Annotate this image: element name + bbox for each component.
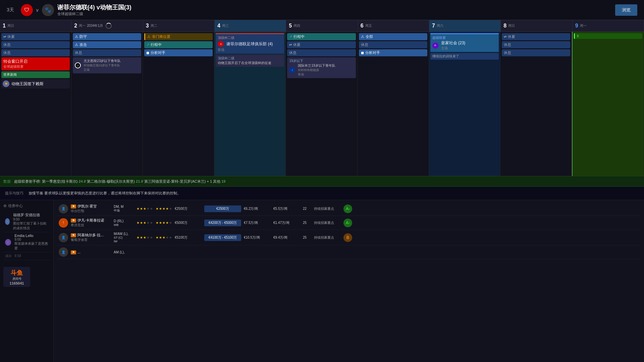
- cal-col-6: ⚠ 全部 休息 ◼ 分析对手: [358, 32, 429, 176]
- recruit-wage1-2: €7.5万/周: [244, 221, 271, 225]
- event-match-4[interactable]: 顶级杯二级 S 谢菲尔德联足球俱乐部 (4) 客场: [216, 33, 284, 54]
- recruit-action-btn-1[interactable]: A-: [343, 204, 352, 213]
- event-analyze-3[interactable]: ◼ 分析对手: [144, 49, 213, 56]
- recruit-table: 👤 ⚑伊凯尔·霍甘 毕尔巴鄂 DM, M中场 ★★★★★ ★★★★★ €2500…: [54, 200, 644, 362]
- event-rest-1a[interactable]: ⇄ 休夏: [1, 33, 70, 40]
- day-num-7: 7: [432, 23, 435, 29]
- inter-badge: I: [289, 67, 295, 73]
- youth-league-4: 顶级杯二级: [218, 56, 282, 61]
- youth-title-4: 动物王国开启了在全球顶级杯的征途: [218, 61, 282, 65]
- cal-col-4: 顶级杯二级 S 谢菲尔德联足球俱乐部 (4) 客场 顶级杯二级 动物王国开启了在…: [214, 32, 286, 176]
- day-num-9: 9: [575, 23, 578, 29]
- event-rest-2[interactable]: 休息: [73, 49, 141, 56]
- event-rest-8a[interactable]: ⇄ 休夏: [502, 33, 570, 40]
- warn-icon-defend: ⚠: [75, 35, 78, 39]
- event-rest-1c[interactable]: 休息: [1, 49, 70, 56]
- msg-row-2[interactable]: E Emilia Lello 9:00 斯发媒体表扬了是恩惠爱: [3, 232, 50, 252]
- day-num-4: 4: [217, 23, 220, 29]
- event-youth-4[interactable]: 顶级杯二级 动物王国开启了在全球顶级杯的征途: [216, 55, 284, 67]
- event-travel-3[interactable]: ↗ 行程中: [144, 41, 213, 48]
- price-range-btn-2[interactable]: €4200万 - €5000万: [204, 220, 241, 226]
- match-subtitle: 全球超级杯二级: [57, 11, 131, 16]
- msg-row-1[interactable]: 人 福德罗·安德拉德 9:00 图拉带汇报了幕卜拉欧的成长情况: [3, 211, 50, 232]
- browse-button[interactable]: 浏览: [615, 4, 637, 16]
- recruit-main-name-1: ⚑伊凯尔·霍甘: [71, 204, 111, 209]
- transfer-title: 转会窗口开启: [3, 59, 68, 64]
- training-icon: ⚙: [3, 204, 7, 208]
- recruit-pos-3: M/AM (L),ST (C)IW: [114, 232, 134, 243]
- royal-badge: R: [432, 43, 438, 49]
- event-no-pos[interactable]: ⚠ 非门将位置: [144, 33, 213, 40]
- calendar-grid: ⇄ 休夏 休息 休息 转会窗口开启 全球超级联赛 世界新闻 🦁 动物王国签下赖斯…: [0, 32, 644, 176]
- event-super-7[interactable]: 超级联赛 R 皇家社会 (23) 主场: [430, 33, 499, 52]
- price-range-btn-1[interactable]: €2500万: [204, 205, 241, 212]
- event-youth-2[interactable]: J 尤文图斯23岁以下青年队 对动物王国23岁以下青年队 主场: [73, 57, 141, 73]
- recruit-main-name-2: ⚑伊凡·卡斯泰拉诺: [71, 218, 111, 223]
- msg-row-3[interactable]: 演示 8:58: [3, 252, 50, 260]
- cal-col-2: ⚠ 防守 ⚠ 攻击 休息 J 尤文图斯23岁以下青年队 对动物王国23岁以下青年…: [71, 32, 143, 176]
- recruit-price-1: €2500万: [175, 206, 202, 211]
- transfer-subtitle: 全球超级联赛: [3, 64, 68, 69]
- event-rest-5[interactable]: ⇄ 休夏: [287, 41, 356, 48]
- event-all-6[interactable]: ⚠ 全部: [359, 33, 427, 40]
- youth-sub-2b: 主场: [84, 68, 121, 72]
- transfer-tag-1: ⚑: [71, 204, 76, 208]
- event-label-rest5: 休夏: [293, 42, 301, 47]
- stats-text-3: // 第三阿德里亚诺-莱特-里贝罗(AC米兰) + 1 其他: [141, 179, 221, 183]
- match-team-4: 谢菲尔德联足球俱乐部 (4): [226, 41, 273, 47]
- event-world-news[interactable]: 世界新闻: [1, 71, 70, 78]
- recruit-main-name-3: ⚑阿基纳尔多·拉...: [71, 233, 111, 238]
- cal-col-3: ⚠ 非门将位置 ↗ 行程中 ◼ 分析对手: [143, 32, 214, 176]
- youth-sub-2a: 对动物王国23岁以下青年队: [84, 63, 121, 68]
- event-attack[interactable]: ⚠ 攻击: [73, 41, 141, 48]
- recruit-action-btn-3[interactable]: B: [343, 233, 352, 242]
- super-league-label: 超级联赛: [432, 36, 497, 40]
- msg-content-1: 福德罗·安德拉德 9:00 图拉带汇报了幕卜拉欧的成长情况: [13, 213, 48, 231]
- tips-bar: 提示与技巧 放慢节奏 要求球队以更慢更审慎的态度进行比赛，通过将球控制在脚下来保…: [0, 187, 644, 200]
- event-label-all6: 全部: [366, 34, 373, 39]
- cal-col-9: Ir: [572, 32, 644, 176]
- recruit-price-2: €5000万: [175, 221, 202, 225]
- day-num-6: 6: [361, 23, 364, 29]
- event-transfer-open[interactable]: 转会窗口开启 全球超级联赛: [1, 57, 70, 70]
- event-label-travel5: 行程中: [293, 34, 305, 39]
- recruit-row-3: 👤 ⚑阿基纳尔多·拉... 葡萄牙体育 M/AM (L),ST (C)IW ★★…: [57, 230, 641, 245]
- msg-time-3: 演示 8:58: [5, 254, 21, 258]
- recruit-main-name-4: ⚑...: [71, 250, 111, 254]
- event-training-continue[interactable]: 继续拉的训练束了: [430, 53, 499, 60]
- event-rest-8c[interactable]: 休息: [502, 49, 570, 56]
- stats-label: 数据: [3, 179, 11, 184]
- event-rest-1b[interactable]: 休息: [1, 41, 70, 48]
- event-label-travel3: 行程中: [151, 42, 162, 47]
- cal-header-day6: 6 周五: [358, 20, 429, 32]
- recruit-club-3: 葡萄牙体育: [71, 238, 111, 242]
- bottom-section: ⚙ 培养中心 人 福德罗·安德拉德 9:00 图拉带汇报了幕卜拉欧的成长情况 E…: [0, 200, 644, 362]
- sheffield-badge: 🛡: [21, 4, 33, 16]
- event-travel-5[interactable]: ↗ 行程中: [287, 33, 356, 40]
- event-label-rest8b: 休息: [504, 43, 511, 47]
- date-info-2: 2034年1月: [87, 23, 103, 28]
- event-youth-5[interactable]: 19岁以下 I 国际米兰19岁以下青年队 对科特布斯能源 客场: [287, 57, 356, 78]
- event-defend[interactable]: ⚠ 防守: [73, 33, 141, 40]
- recruit-club-1: 毕尔巴鄂: [71, 209, 111, 214]
- day-label-2: 周一: [79, 23, 86, 28]
- recruit-action-btn-2[interactable]: A-: [343, 219, 352, 227]
- league-label-4: 顶级杯二级: [218, 36, 234, 40]
- event-rest-5b[interactable]: 休息: [287, 49, 356, 56]
- transfer-tag-3: ⚑: [71, 233, 76, 237]
- event-rest-8b[interactable]: 休息: [502, 41, 570, 48]
- event-col9-top[interactable]: Ir: [574, 33, 642, 39]
- price-range-btn-3[interactable]: €4100万 - €5100万: [204, 234, 241, 241]
- event-rest-6[interactable]: 休息: [359, 41, 427, 48]
- recruit-price-3: €5100万: [175, 235, 202, 240]
- event-label-rest2: 休息: [75, 51, 82, 55]
- swap-icon-8: ⇄: [504, 35, 506, 39]
- day-label-1: 周日: [7, 23, 14, 28]
- day-label-6: 周五: [365, 23, 372, 28]
- recruit-club-2: 希洪竞技: [71, 223, 111, 228]
- blue-icon-travel: ↗: [146, 43, 149, 47]
- event-analyze-6[interactable]: ◼ 分析对手: [359, 49, 427, 56]
- stats-num-3: 19: [221, 179, 225, 183]
- msg-content-2: Emilia Lello 9:00 斯发媒体表扬了是恩惠爱: [14, 234, 48, 251]
- player-news-row[interactable]: 🦁 动物王国签下赖斯: [1, 79, 70, 88]
